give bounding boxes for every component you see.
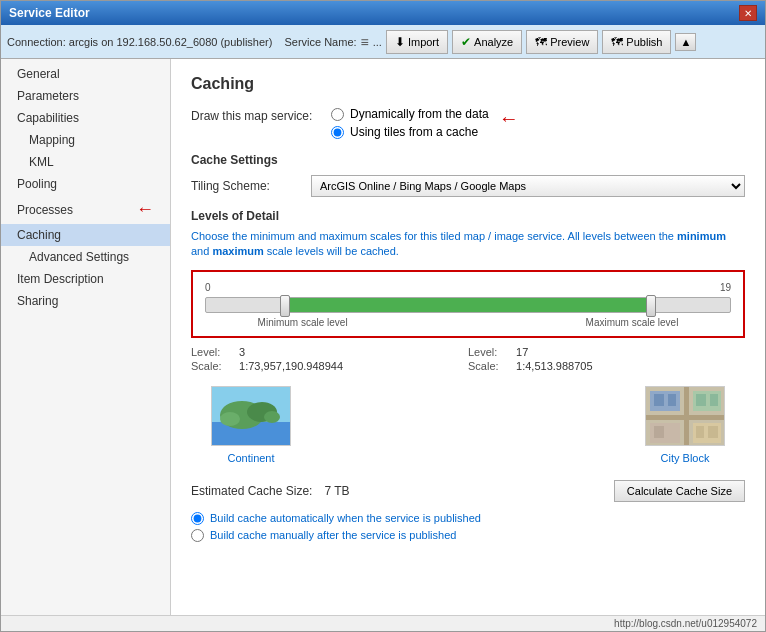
sidebar-item-mapping[interactable]: Mapping	[1, 129, 170, 151]
slider-numbers: 0 19	[205, 282, 731, 293]
thumb-continent-img	[211, 386, 291, 446]
lod-section: Levels of Detail Choose the minimum and …	[191, 209, 745, 374]
lod-description: Choose the minimum and maximum scales fo…	[191, 229, 745, 260]
import-button[interactable]: ⬇ Import	[386, 30, 448, 54]
slider-bar	[205, 297, 731, 313]
processes-arrow-icon: ←	[136, 199, 154, 220]
radio-dynamic[interactable]	[331, 108, 344, 121]
draw-label: Draw this map service:	[191, 109, 331, 123]
build-manual-row[interactable]: Build cache manually after the service i…	[191, 529, 745, 542]
max-level-row: Level: 17	[468, 346, 745, 358]
title-bar: Service Editor ✕	[1, 1, 765, 25]
svg-rect-10	[654, 394, 664, 406]
lod-title: Levels of Detail	[191, 209, 745, 223]
sidebar-item-capabilities[interactable]: Capabilities	[1, 107, 170, 129]
svg-rect-13	[696, 394, 706, 406]
analyze-icon: ✔	[461, 35, 471, 49]
thumb-city-item: City Block	[645, 386, 725, 464]
svg-rect-11	[668, 394, 676, 406]
window-title: Service Editor	[9, 6, 90, 20]
service-name-ellipsis: ...	[373, 36, 382, 48]
sidebar-item-pooling[interactable]: Pooling	[1, 173, 170, 195]
radio-build-auto[interactable]	[191, 512, 204, 525]
svg-rect-19	[708, 426, 718, 438]
draw-section: Draw this map service: Dynamically from …	[191, 107, 745, 139]
level-info: Level: 3 Scale: 1:73,957,190.948944 Leve…	[191, 346, 745, 374]
thumbnails: Continent	[191, 386, 745, 464]
thumb-continent-item: Continent	[211, 386, 291, 464]
sidebar-item-sharing[interactable]: Sharing	[1, 290, 170, 312]
build-radio-section: Build cache automatically when the servi…	[191, 512, 745, 542]
max-scale-row: Scale: 1:4,513.988705	[468, 360, 745, 372]
toolbar: Connection: arcgis on 192.168.50.62_6080…	[1, 25, 765, 59]
slider-fill	[285, 298, 652, 312]
svg-rect-14	[710, 394, 718, 406]
service-name-icon: ≡	[361, 34, 369, 50]
status-text: http://blog.csdn.net/u012954072	[614, 618, 757, 629]
svg-point-4	[220, 412, 240, 426]
svg-point-5	[264, 411, 280, 423]
page-title: Caching	[191, 75, 745, 93]
connection-label: Connection: arcgis on 192.168.50.62_6080…	[7, 36, 272, 48]
sidebar-item-item-description[interactable]: Item Description	[1, 268, 170, 290]
thumb-continent-label: Continent	[227, 452, 274, 464]
sidebar: General Parameters Capabilities Mapping …	[1, 59, 171, 615]
radio-build-manual[interactable]	[191, 529, 204, 542]
tiling-row: Tiling Scheme: ArcGIS Online / Bing Maps…	[191, 175, 745, 197]
radio-cache-row[interactable]: Using tiles from a cache	[331, 125, 489, 139]
close-button[interactable]: ✕	[739, 5, 757, 21]
svg-rect-16	[654, 426, 664, 438]
sidebar-item-kml[interactable]: KML	[1, 151, 170, 173]
preview-button[interactable]: 🗺 Preview	[526, 30, 598, 54]
estimated-value: 7 TB	[324, 484, 349, 498]
status-bar: http://blog.csdn.net/u012954072	[1, 615, 765, 631]
svg-rect-8	[684, 387, 689, 446]
toolbar-expand-button[interactable]: ▲	[675, 33, 696, 51]
svg-rect-18	[696, 426, 704, 438]
service-name-label: Service Name: ≡ ...	[284, 34, 381, 50]
slider-labels: Minimum scale level Maximum scale level	[205, 317, 731, 328]
thumb-city-label: City Block	[661, 452, 710, 464]
publish-button[interactable]: 🗺 Publish	[602, 30, 671, 54]
max-level-block: Level: 17 Scale: 1:4,513.988705	[468, 346, 745, 374]
slider-handle-min[interactable]	[280, 295, 290, 317]
build-auto-row[interactable]: Build cache automatically when the servi…	[191, 512, 745, 525]
preview-icon: 🗺	[535, 35, 547, 49]
analyze-button[interactable]: ✔ Analyze	[452, 30, 522, 54]
estimated-row: Estimated Cache Size: 7 TB Calculate Cac…	[191, 480, 745, 502]
cache-arrow-annotation: ←	[499, 107, 519, 130]
min-level-block: Level: 3 Scale: 1:73,957,190.948944	[191, 346, 468, 374]
estimated-label: Estimated Cache Size:	[191, 484, 312, 498]
radio-cache[interactable]	[331, 126, 344, 139]
tiling-select[interactable]: ArcGIS Online / Bing Maps / Google Maps	[311, 175, 745, 197]
slider-container: 0 19 Minimum scale level Maximum scale l…	[191, 270, 745, 338]
service-editor-window: Service Editor ✕ Connection: arcgis on 1…	[0, 0, 766, 632]
sidebar-item-parameters[interactable]: Parameters	[1, 85, 170, 107]
import-icon: ⬇	[395, 35, 405, 49]
thumb-city-img	[645, 386, 725, 446]
cache-settings-header: Cache Settings	[191, 153, 745, 167]
calculate-cache-size-button[interactable]: Calculate Cache Size	[614, 480, 745, 502]
sidebar-item-advanced-settings[interactable]: Advanced Settings	[1, 246, 170, 268]
title-bar-buttons: ✕	[739, 5, 757, 21]
tiling-label: Tiling Scheme:	[191, 179, 311, 193]
content-panel: Caching Draw this map service: Dynamical…	[171, 59, 765, 615]
draw-radio-group: Dynamically from the data Using tiles fr…	[331, 107, 489, 139]
slider-handle-max[interactable]	[646, 295, 656, 317]
sidebar-item-caching[interactable]: Caching	[1, 224, 170, 246]
min-level-row: Level: 3	[191, 346, 468, 358]
main-area: General Parameters Capabilities Mapping …	[1, 59, 765, 615]
sidebar-item-processes[interactable]: Processes ←	[1, 195, 170, 224]
min-scale-row: Scale: 1:73,957,190.948944	[191, 360, 468, 372]
slider-track[interactable]	[205, 297, 731, 313]
publish-icon: 🗺	[611, 35, 623, 49]
sidebar-item-general[interactable]: General	[1, 63, 170, 85]
radio-dynamic-row[interactable]: Dynamically from the data	[331, 107, 489, 121]
